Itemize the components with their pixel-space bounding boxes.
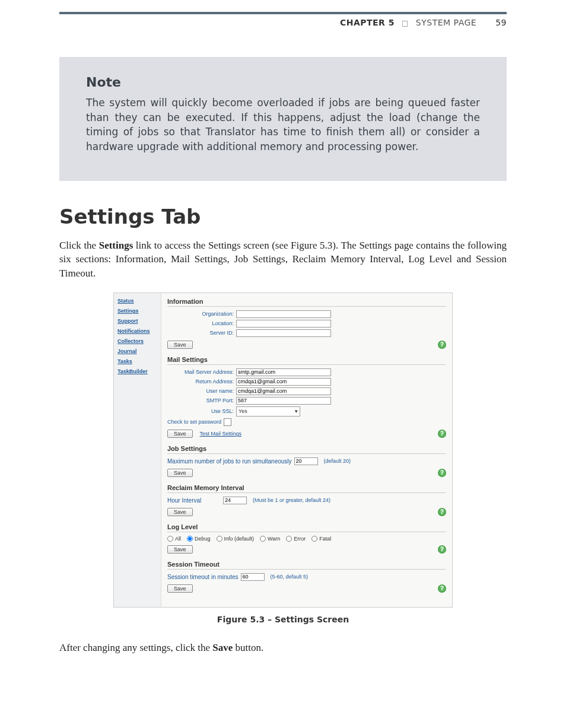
smtp-port-input[interactable] — [236, 397, 331, 405]
help-icon[interactable]: ? — [438, 341, 446, 349]
return-address-input[interactable] — [236, 378, 331, 386]
sidebar-item-settings[interactable]: Settings — [117, 308, 157, 314]
page-header: CHAPTER 5 □ SYSTEM PAGE 59 — [59, 18, 507, 27]
job-settings-section: Job Settings Maximum number of jobs to r… — [167, 445, 446, 477]
sidebar-item-taskbuilder[interactable]: TaskBuilder — [117, 368, 157, 374]
figure-caption: Figure 5.3 – Settings Screen — [59, 615, 507, 624]
log-level-fatal[interactable]: Fatal — [311, 536, 331, 542]
sidebar-item-journal[interactable]: Journal — [117, 348, 157, 354]
help-icon[interactable]: ? — [438, 545, 446, 554]
sidebar-item-collectors[interactable]: Collectors — [117, 338, 157, 344]
job-save-button[interactable]: Save — [167, 469, 193, 477]
information-save-button[interactable]: Save — [167, 341, 193, 349]
hour-interval-hint: (Must be 1 or greater, default 24) — [253, 497, 330, 503]
server-id-label: Server ID: — [167, 330, 234, 336]
closing-bold: Save — [212, 642, 233, 653]
help-icon[interactable]: ? — [438, 584, 446, 593]
hour-interval-label: Hour Interval — [167, 497, 221, 504]
user-name-label: User name: — [167, 388, 234, 394]
user-name-input[interactable] — [236, 387, 331, 395]
header-rule — [59, 12, 507, 14]
screenshot-sidebar: Status Settings Support Notifications Co… — [114, 293, 161, 607]
max-jobs-hint: (default 20) — [324, 458, 351, 464]
information-section: Information Organization: Location: Serv… — [167, 298, 446, 349]
reclaim-save-button[interactable]: Save — [167, 508, 193, 516]
mail-save-button[interactable]: Save — [167, 430, 193, 438]
log-level-options: All Debug Info (default) Warn Error Fata… — [167, 536, 446, 542]
page-number: 59 — [495, 18, 507, 27]
use-ssl-value: Yes — [239, 408, 247, 414]
help-icon[interactable]: ? — [438, 508, 446, 516]
test-mail-settings-link[interactable]: Test Mail Settings — [200, 431, 242, 437]
location-input[interactable] — [236, 320, 331, 328]
log-save-button[interactable]: Save — [167, 545, 193, 554]
use-ssl-label: Use SSL: — [167, 408, 234, 414]
sidebar-item-notifications[interactable]: Notifications — [117, 328, 157, 334]
section-intro: Click the Settings link to access the Se… — [59, 239, 507, 281]
session-timeout-label: Session timeout in minutes — [167, 574, 239, 580]
session-timeout-input[interactable] — [241, 573, 265, 581]
organization-label: Organization: — [167, 311, 234, 317]
max-jobs-label: Maximum number of jobs to run simultaneo… — [167, 458, 292, 465]
screenshot-main: Information Organization: Location: Serv… — [161, 293, 452, 607]
job-settings-heading: Job Settings — [167, 445, 446, 454]
max-jobs-input[interactable] — [294, 457, 318, 465]
chapter-label: CHAPTER 5 — [340, 18, 395, 27]
organization-input[interactable] — [236, 310, 331, 318]
location-label: Location: — [167, 320, 234, 326]
sidebar-item-tasks[interactable]: Tasks — [117, 358, 157, 364]
mail-settings-section: Mail Settings Mail Server Address: Retur… — [167, 356, 446, 438]
return-address-label: Return Address: — [167, 379, 234, 384]
reclaim-memory-heading: Reclaim Memory Interval — [167, 484, 446, 493]
hour-interval-input[interactable] — [223, 497, 247, 504]
log-level-error[interactable]: Error — [286, 536, 306, 542]
intro-text-before: Click the — [59, 240, 99, 251]
use-ssl-select[interactable]: Yes ▾ — [236, 406, 300, 417]
note-box: Note The system will quickly become over… — [59, 57, 507, 181]
help-icon[interactable]: ? — [438, 430, 446, 438]
sidebar-item-status[interactable]: Status — [117, 298, 157, 304]
session-timeout-section: Session Timeout Session timeout in minut… — [167, 561, 446, 593]
section-heading: Settings Tab — [59, 205, 507, 228]
reclaim-memory-section: Reclaim Memory Interval Hour Interval (M… — [167, 484, 446, 516]
session-timeout-hint: (5-60, default 5) — [271, 574, 309, 580]
closing-before: After changing any settings, click the — [59, 642, 212, 653]
note-body: The system will quickly become overloade… — [86, 96, 480, 154]
closing-after: button. — [233, 642, 263, 653]
session-save-button[interactable]: Save — [167, 584, 193, 593]
log-level-section: Log Level All Debug Info (default) Warn … — [167, 523, 446, 554]
closing-text: After changing any settings, click the S… — [59, 641, 507, 655]
header-separator: □ — [402, 19, 409, 27]
log-level-warn[interactable]: Warn — [260, 536, 280, 542]
settings-screenshot: Status Settings Support Notifications Co… — [113, 293, 453, 608]
log-level-info[interactable]: Info (default) — [217, 536, 255, 542]
mail-settings-heading: Mail Settings — [167, 356, 446, 365]
help-icon[interactable]: ? — [438, 469, 446, 477]
set-password-label: Check to set password — [167, 419, 221, 425]
log-level-debug[interactable]: Debug — [187, 536, 211, 542]
log-level-all[interactable]: All — [167, 536, 181, 542]
information-heading: Information — [167, 298, 446, 307]
mail-server-input[interactable] — [236, 368, 331, 376]
sidebar-item-support[interactable]: Support — [117, 318, 157, 324]
log-level-heading: Log Level — [167, 523, 446, 532]
set-password-checkbox[interactable] — [224, 418, 231, 426]
server-id-input[interactable] — [236, 329, 331, 337]
chevron-down-icon: ▾ — [295, 408, 298, 414]
session-timeout-heading: Session Timeout — [167, 561, 446, 570]
chapter-title: SYSTEM PAGE — [416, 18, 476, 27]
intro-link-word: Settings — [99, 240, 133, 251]
note-title: Note — [86, 75, 480, 90]
smtp-port-label: SMTP Port: — [167, 398, 234, 403]
mail-server-label: Mail Server Address: — [167, 369, 234, 375]
